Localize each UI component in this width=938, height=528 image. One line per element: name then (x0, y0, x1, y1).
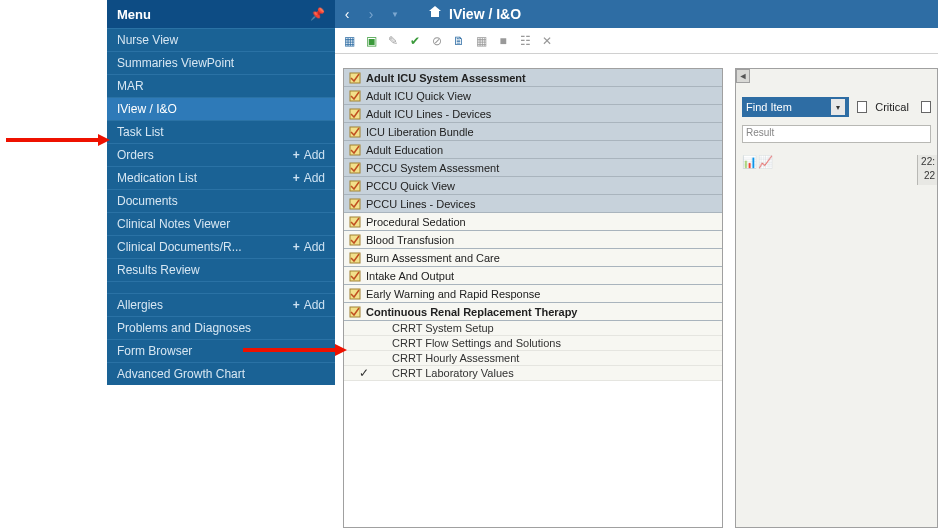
sidebar-item[interactable]: Problems and Diagnoses (107, 316, 335, 339)
toolbar-close-icon[interactable]: ✕ (539, 33, 555, 49)
band-row[interactable]: PCCU Lines - Devices (344, 195, 722, 213)
menu-header: Menu 📌 (107, 0, 335, 28)
find-item-dropdown[interactable]: Find Item ▾ (742, 97, 849, 117)
critical-checkbox[interactable] (857, 101, 867, 113)
band-label: Adult ICU Lines - Devices (366, 108, 491, 120)
sidebar-item-label: Form Browser (117, 340, 192, 363)
band-row[interactable]: Blood Transfusion (344, 231, 722, 249)
sidebar-item-label: MAR (117, 75, 144, 98)
pin-icon[interactable]: 📌 (310, 7, 325, 21)
sidebar-item-label: Problems and Diagnoses (117, 317, 251, 340)
sidebar-add-button[interactable]: +Add (293, 294, 325, 317)
band-icon (348, 89, 362, 103)
results-panel: ◄ Find Item ▾ Critical Result 📊 📈 22: 22 (735, 68, 938, 528)
sidebar-item[interactable]: Nurse View (107, 28, 335, 51)
band-icon (348, 125, 362, 139)
band-icon (348, 251, 362, 265)
band-row[interactable]: Early Warning and Rapid Response (344, 285, 722, 303)
sidebar-item[interactable]: Advanced Growth Chart (107, 362, 335, 385)
toolbar-icon-6[interactable]: 🗎 (451, 33, 467, 49)
band-navigator: Adult ICU System AssessmentAdult ICU Qui… (343, 68, 723, 528)
band-icon (348, 197, 362, 211)
toolbar-icon-4[interactable]: ✔ (407, 33, 423, 49)
sub-band-label: CRRT System Setup (392, 322, 494, 334)
toolbar-icon-1[interactable]: ▦ (341, 33, 357, 49)
sidebar: Nurse ViewSummaries ViewPointMARIView / … (107, 28, 335, 385)
menu-title: Menu (117, 7, 151, 22)
sidebar-item-label: Results Review (117, 259, 200, 282)
sub-band-row[interactable]: CRRT System Setup (344, 321, 722, 336)
band-row[interactable]: PCCU System Assessment (344, 159, 722, 177)
time-line-0: 22: (918, 155, 935, 169)
sidebar-item[interactable]: Clinical Notes Viewer (107, 212, 335, 235)
band-icon (348, 143, 362, 157)
toolbar-icon-8[interactable]: ■ (495, 33, 511, 49)
sidebar-add-button[interactable]: +Add (293, 144, 325, 167)
sidebar-item[interactable]: Medication List+Add (107, 166, 335, 189)
nav-recent-dropdown[interactable]: ▼ (383, 0, 407, 28)
sidebar-item[interactable]: Orders+Add (107, 143, 335, 166)
find-item-label: Find Item (746, 101, 792, 113)
band-row[interactable]: Procedural Sedation (344, 213, 722, 231)
sub-band-row[interactable]: ✓CRRT Laboratory Values (344, 366, 722, 381)
band-label: PCCU Lines - Devices (366, 198, 475, 210)
chart-icon[interactable]: 📊 (742, 155, 756, 169)
sidebar-item[interactable]: MAR (107, 74, 335, 97)
sidebar-item[interactable]: Clinical Documents/R...+Add (107, 235, 335, 258)
sidebar-item-label: Summaries ViewPoint (117, 52, 234, 75)
band-row[interactable]: Adult ICU System Assessment (344, 69, 722, 87)
band-label: Adult ICU Quick View (366, 90, 471, 102)
sub-band-row[interactable]: CRRT Hourly Assessment (344, 351, 722, 366)
band-row[interactable]: Adult ICU Lines - Devices (344, 105, 722, 123)
band-row[interactable]: Continuous Renal Replacement Therapy (344, 303, 722, 321)
sidebar-add-button[interactable]: +Add (293, 236, 325, 259)
nav-back-button[interactable]: ‹ (335, 0, 359, 28)
sidebar-item-label: Nurse View (117, 29, 178, 52)
sidebar-item[interactable]: Documents (107, 189, 335, 212)
band-row[interactable]: Adult ICU Quick View (344, 87, 722, 105)
trend-icon[interactable]: 📈 (758, 155, 772, 169)
band-label: ICU Liberation Bundle (366, 126, 474, 138)
sidebar-item[interactable]: Results Review (107, 258, 335, 281)
sidebar-item[interactable]: Allergies+Add (107, 293, 335, 316)
result-box: Result (742, 125, 931, 143)
band-icon (348, 215, 362, 229)
band-row[interactable]: Adult Education (344, 141, 722, 159)
toolbar-icon-3[interactable]: ✎ (385, 33, 401, 49)
sub-band-label: CRRT Flow Settings and Solutions (392, 337, 561, 349)
sidebar-item[interactable]: Task List (107, 120, 335, 143)
toolbar-icon-9[interactable]: ☷ (517, 33, 533, 49)
toolbar-icon-5[interactable]: ⊘ (429, 33, 445, 49)
band-icon (348, 287, 362, 301)
sub-band-row[interactable]: CRRT Flow Settings and Solutions (344, 336, 722, 351)
sidebar-add-button[interactable]: +Add (293, 167, 325, 190)
band-icon (348, 305, 362, 319)
sidebar-item-label: Clinical Notes Viewer (117, 213, 230, 236)
sidebar-item-label: Advanced Growth Chart (117, 363, 245, 386)
sidebar-item[interactable]: Summaries ViewPoint (107, 51, 335, 74)
home-icon[interactable] (427, 4, 443, 24)
band-row[interactable]: PCCU Quick View (344, 177, 722, 195)
breadcrumb: IView / I&O (449, 6, 521, 22)
band-icon (348, 179, 362, 193)
nav-forward-button: › (359, 0, 383, 28)
band-label: Intake And Output (366, 270, 454, 282)
toolbar-icon-7[interactable]: ▦ (473, 33, 489, 49)
band-label: Early Warning and Rapid Response (366, 288, 540, 300)
sidebar-item-label: Orders (117, 144, 154, 167)
band-icon (348, 233, 362, 247)
scroll-left-button[interactable]: ◄ (736, 69, 750, 83)
band-row[interactable]: Intake And Output (344, 267, 722, 285)
toolbar-icon-2[interactable]: ▣ (363, 33, 379, 49)
band-label: Blood Transfusion (366, 234, 454, 246)
sidebar-item-label: Task List (117, 121, 164, 144)
band-row[interactable]: Burn Assessment and Care (344, 249, 722, 267)
sidebar-item[interactable]: Form Browser (107, 339, 335, 362)
extra-checkbox[interactable] (921, 101, 931, 113)
time-line-1: 22 (918, 169, 935, 183)
sidebar-item[interactable]: IView / I&O (107, 97, 335, 120)
main-area: ▦ ▣ ✎ ✔ ⊘ 🗎 ▦ ■ ☷ ✕ Adult ICU System Ass… (335, 28, 938, 528)
iview-toolbar: ▦ ▣ ✎ ✔ ⊘ 🗎 ▦ ■ ☷ ✕ (335, 28, 938, 54)
band-row[interactable]: ICU Liberation Bundle (344, 123, 722, 141)
band-label: PCCU System Assessment (366, 162, 499, 174)
